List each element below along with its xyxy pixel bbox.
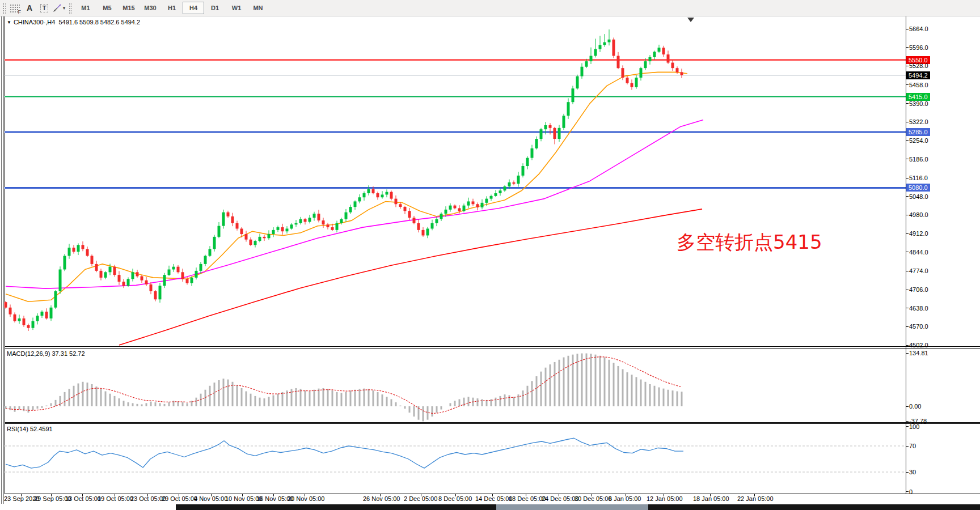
- chart-canvas[interactable]: [0, 0, 980, 510]
- text-label-icon[interactable]: A: [23, 2, 36, 14]
- timeframe-toolbar-handle[interactable]: [68, 2, 72, 14]
- chevron-down-icon[interactable]: ▾: [63, 5, 66, 11]
- timeframe-button-group: M1M5M15M30H1H4D1W1MN: [75, 2, 269, 14]
- timeframe-button-MN[interactable]: MN: [247, 2, 269, 14]
- grid-icon-letter: F: [18, 9, 22, 15]
- rsi-line: [6, 438, 683, 468]
- bottom-bar-segment: [648, 504, 980, 510]
- timeframe-button-M1[interactable]: M1: [75, 2, 96, 14]
- bottom-bar-segment: [496, 504, 648, 510]
- bottom-bar-segment: [176, 504, 496, 510]
- macd-histogram: [6, 354, 682, 422]
- chart-text-annotation[interactable]: 多空转折点5415: [677, 230, 822, 256]
- toolbar-drag-handle[interactable]: [2, 2, 6, 14]
- indicator-grid-icon[interactable]: F: [8, 2, 22, 14]
- timeframe-button-D1[interactable]: D1: [204, 2, 226, 14]
- current-price-label: 5494.2: [906, 71, 930, 79]
- bottom-bar-segment: [0, 504, 176, 510]
- timeframe-button-M15[interactable]: M15: [118, 2, 140, 14]
- timeframe-button-M5[interactable]: M5: [96, 2, 118, 14]
- diagonal-arrows-icon: [53, 3, 62, 12]
- price-level-label-5415.0[interactable]: 5415.0: [906, 93, 930, 101]
- macd-signal-line: [6, 357, 682, 414]
- toolbar: F A T ▾ M1M5M15M30H1H4D1W1MN: [0, 0, 980, 16]
- candles-layer: [5, 29, 683, 331]
- ma-fast-orange-line: [6, 72, 687, 301]
- mt4-application-window: F A T ▾ M1M5M15M30H1H4D1W1MN ▼CHINA300-,…: [0, 0, 980, 510]
- price-level-label-5080.0[interactable]: 5080.0: [906, 184, 930, 192]
- price-level-label-5550.0[interactable]: 5550.0: [906, 56, 930, 64]
- chart-shift-marker-icon[interactable]: [687, 18, 694, 22]
- text-object-icon[interactable]: T: [37, 2, 51, 14]
- price-level-label-5285.0[interactable]: 5285.0: [906, 128, 930, 136]
- text-object-icon-letter: T: [40, 4, 49, 12]
- timeframe-button-H1[interactable]: H1: [161, 2, 183, 14]
- ma-slow-red-line: [119, 209, 702, 345]
- timeframe-button-H4[interactable]: H4: [183, 2, 204, 14]
- chart-style-icon[interactable]: ▾: [52, 2, 66, 14]
- timeframe-button-W1[interactable]: W1: [226, 2, 247, 14]
- timeframe-button-M30[interactable]: M30: [140, 2, 161, 14]
